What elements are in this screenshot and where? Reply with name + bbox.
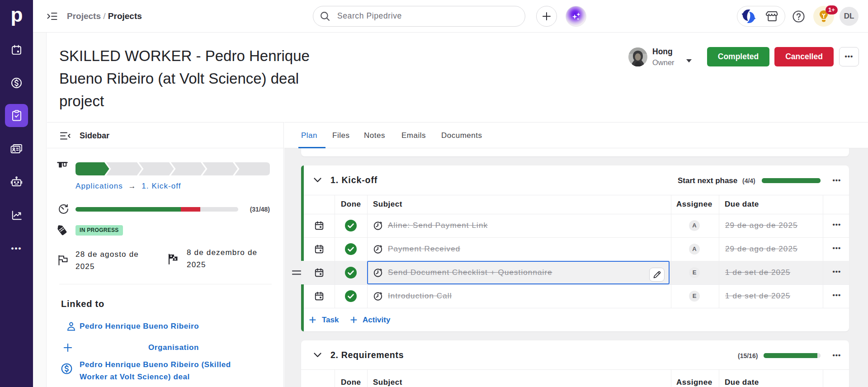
- svg-text:p: p: [11, 5, 23, 26]
